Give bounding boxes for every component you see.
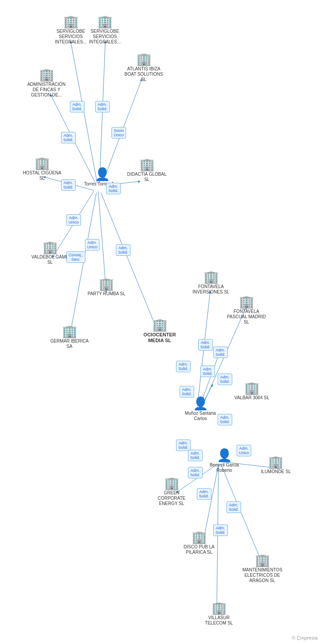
node-atlantis[interactable]: 🏢 ATLANTIS IBIZA BOAT SOLUTIONS SL — [124, 53, 164, 82]
node-label: FONTAVELA PASCUAL MADRID SL — [226, 309, 266, 325]
node-green-corporate[interactable]: 🏢 GREEN CORPORATE ENERGY SL — [152, 477, 192, 506]
badge-adm-solid-17[interactable]: Adm.Solid. — [197, 488, 211, 500]
node-admin-fincas[interactable]: 🏢 ADMINISTRACIÓN DE FINCAS Y GESTION DE.… — [27, 69, 66, 98]
node-germar[interactable]: 🏢 GERMAR IBERICA SA — [50, 325, 89, 349]
node-label: MANTENIMIENTOS ELECTRICOS DE ARAGON SL — [242, 567, 282, 583]
badge-adm-solid-1[interactable]: Adm.Solid. — [70, 101, 84, 112]
svg-line-12 — [197, 292, 210, 411]
badge-adm-solid-6[interactable]: Adm.Solid. — [116, 244, 130, 256]
node-label: ATLANTIS IBIZA BOAT SOLUTIONS SL — [124, 66, 164, 82]
node-label: SERVIGLOBE SERVICIOS INTEGRALES... — [85, 29, 125, 45]
svg-line-17 — [221, 465, 263, 566]
svg-line-0 — [71, 42, 97, 184]
node-label: GREEN CORPORATE ENERGY SL — [152, 490, 192, 506]
node-ociocenter[interactable]: 🏢 OCIOCENTER MEDIA SL — [140, 319, 180, 343]
diagram-canvas: 🏢 SERVIGLOBE SERVICIOS INTEGRALES... 🏢 S… — [0, 0, 322, 644]
badge-adm-solid-19[interactable]: Adm.Solid. — [213, 524, 228, 536]
badge-adm-solid-8[interactable]: Adm.Solid. — [213, 347, 228, 358]
building-icon: 🏢 — [244, 382, 260, 394]
node-label: ADMINISTRACIÓN DE FINCAS Y GESTION DE... — [27, 82, 66, 98]
node-label: VALDEBOL GAME SL — [30, 255, 70, 265]
building-icon: 🏢 — [192, 531, 207, 544]
building-icon: 🏢 — [136, 53, 152, 66]
node-label: GERMAR IBERICA SA — [50, 339, 89, 349]
building-icon: 🏢 — [99, 278, 114, 290]
building-icon: 🏢 — [139, 158, 155, 171]
building-icon-orange: 🏢 — [152, 319, 168, 331]
badge-adm-solid-18[interactable]: Adm.Solid. — [226, 501, 241, 513]
building-icon: 🏢 — [203, 271, 219, 283]
building-icon: 🏢 — [63, 15, 79, 28]
badge-adm-solid-5[interactable]: Adm.Solid. — [106, 183, 121, 194]
person-icon: 👤 — [95, 168, 110, 181]
svg-line-9 — [101, 193, 157, 330]
badge-adm-solid-9[interactable]: Adm.Solid. — [176, 361, 191, 372]
building-icon: 🏢 — [239, 296, 254, 308]
person-icon: 👤 — [193, 397, 208, 410]
node-fontavela-inv[interactable]: 🏢 FONTAVELA INVERSIONES SL — [191, 271, 231, 295]
building-icon: 🏢 — [268, 456, 284, 468]
person-icon: 👤 — [217, 449, 232, 462]
node-valdebol[interactable]: 🏢 VALDEBOL GAME SL — [30, 241, 70, 265]
node-label: PARTY RUMBA SL — [88, 291, 126, 297]
node-valbar[interactable]: 🏢 VALBAR 3064 SL — [234, 382, 269, 401]
node-label: Muñoz Santana Carlos — [180, 411, 220, 421]
badge-adm-solid-15[interactable]: Adm.Solid. — [188, 450, 203, 461]
node-label: VALBAR 3064 SL — [234, 395, 269, 401]
building-icon: 🏢 — [62, 325, 77, 338]
node-villasur[interactable]: 🏢 VILLASUR TELECOM SL — [199, 602, 239, 626]
badge-adm-unico-2[interactable]: Adm.Unico — [85, 239, 100, 251]
building-icon: 🏢 — [42, 241, 58, 254]
node-label: DIDACTIA GLOBAL SL — [127, 172, 167, 182]
node-label: OCIOCENTER MEDIA SL — [140, 332, 180, 343]
badge-socio-unico[interactable]: SocioÚnico — [111, 127, 126, 139]
badge-adm-solid-2[interactable]: Adm.Solid. — [95, 101, 110, 112]
badge-adm-solid-16[interactable]: Adm.Solid. — [188, 467, 203, 478]
building-icon: 🏢 — [255, 554, 270, 567]
building-icon: 🏢 — [211, 602, 227, 614]
badge-adm-unico-3[interactable]: Adm.Unico — [237, 445, 251, 456]
badge-adm-solid-4[interactable]: Adm.Solid. — [61, 179, 76, 191]
node-label: ILUMONDE SL — [261, 469, 291, 474]
building-icon: 🏢 — [34, 157, 50, 170]
node-didactia[interactable]: 🏢 DIDACTIA GLOBAL SL — [127, 158, 167, 182]
badge-adm-solid-10[interactable]: Adm.Solid. — [200, 366, 215, 377]
node-hostal-ciguena[interactable]: 🏢 HOSTAL CIGÜENA SL — [22, 157, 62, 181]
badge-adm-solid-14[interactable]: Adm.Solid. — [176, 440, 191, 451]
building-icon: 🏢 — [97, 15, 113, 28]
badge-adm-solid-7[interactable]: Adm.Solid. — [198, 339, 213, 351]
building-icon: 🏢 — [39, 69, 54, 81]
badge-adm-solid-12[interactable]: Adm.Solid. — [180, 386, 194, 397]
watermark-text: © Çmpresia — [292, 635, 318, 640]
badge-adm-solid-3[interactable]: Adm.Solid. — [61, 132, 76, 143]
badge-adm-unico-1[interactable]: Adm.Unico — [66, 214, 81, 226]
badge-consej-secr[interactable]: Consej.,Secr. — [66, 251, 85, 263]
node-fontavela-pascual[interactable]: 🏢 FONTAVELA PASCUAL MADRID SL — [226, 296, 266, 325]
node-munoz[interactable]: 👤 Muñoz Santana Carlos — [180, 397, 220, 421]
node-serviglobe2[interactable]: 🏢 SERVIGLOBE SERVICIOS INTEGRALES... — [85, 15, 125, 45]
node-label: FONTAVELA INVERSIONES SL — [191, 284, 231, 295]
node-party-rumba[interactable]: 🏢 PARTY RUMBA SL — [88, 278, 126, 297]
node-mantenimientos[interactable]: 🏢 MANTENIMIENTOS ELECTRICOS DE ARAGON SL — [242, 554, 282, 583]
building-icon: 🏢 — [164, 477, 180, 490]
node-label: VILLASUR TELECOM SL — [199, 615, 239, 626]
node-label: DISCO PUB LA PILARICA SL — [179, 544, 219, 555]
node-ilumonde[interactable]: 🏢 ILUMONDE SL — [261, 456, 291, 474]
badge-adm-solid-11[interactable]: Adm.Solid. — [218, 374, 232, 385]
watermark: © Çmpresia — [292, 635, 318, 640]
node-label: HOSTAL CIGÜENA SL — [22, 170, 62, 181]
badge-adm-solid-13[interactable]: Adm.Solid. — [218, 414, 232, 425]
node-label: Becerril Garcia Roberto — [204, 463, 244, 473]
